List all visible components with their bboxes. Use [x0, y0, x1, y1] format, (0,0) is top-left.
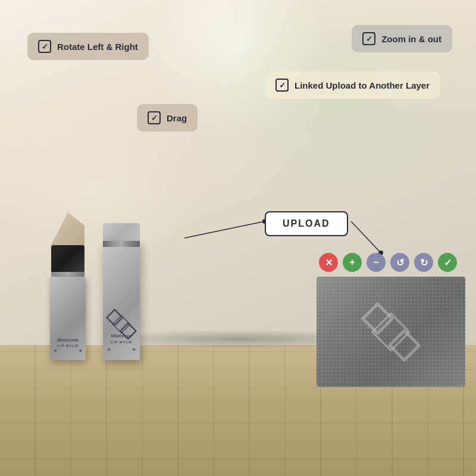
lipbalm-tip	[51, 212, 84, 245]
zoom-label: Zoom in & out	[381, 34, 441, 44]
zoom-badge: Zoom in & out	[352, 25, 452, 52]
tool-icons-row: ✕ + − ↺ ↻ ✓	[319, 253, 457, 272]
confirm-tool-button[interactable]: ✓	[438, 253, 457, 272]
lipbalm-closed: Mialissea LIP BALM ✦ ✦	[100, 223, 143, 360]
rotate-label: Rotate Left & Right	[57, 42, 138, 52]
linked-label: Linked Upload to Another Layer	[295, 80, 430, 90]
linked-checkmark-icon	[275, 79, 289, 92]
lipbalm2-cap	[103, 223, 140, 241]
lipbalm2-label: Mialissea LIP BALM	[106, 333, 137, 345]
preview-logo-icon	[355, 296, 427, 368]
star-icon-1: ✦	[53, 347, 58, 354]
lipbalm-cap-black	[51, 245, 84, 272]
rotate-left-tool-button[interactable]: ↺	[390, 253, 409, 272]
star-icon-2: ✦	[78, 347, 83, 354]
lipbalm2-ring	[103, 241, 140, 247]
rotate-checkmark-icon	[38, 40, 51, 53]
svg-rect-7	[363, 303, 392, 333]
lipbalm-ring	[51, 272, 84, 277]
products-group: Mialissea LIP BALM ✦ ✦ Mialissea LI	[48, 212, 143, 360]
lipbalm-open: Mialissea LIP BALM ✦ ✦	[48, 212, 88, 360]
lipbalm2-body: Mialissea LIP BALM ✦ ✦	[103, 241, 140, 360]
image-preview	[317, 277, 465, 387]
drag-checkmark-icon	[148, 111, 161, 124]
lipbalm-logo	[103, 265, 140, 384]
linked-badge: Linked Upload to Another Layer	[265, 71, 440, 99]
star-icon-4: ✦	[131, 346, 136, 353]
drag-badge: Drag	[137, 104, 198, 131]
lipbalm-label: Mialissea LIP BALM	[53, 337, 83, 348]
svg-rect-8	[390, 330, 419, 359]
upload-label: UPLOAD	[283, 218, 330, 228]
add-tool-button[interactable]: +	[343, 253, 362, 272]
rotate-right-tool-button[interactable]: ↻	[414, 253, 433, 272]
subtract-tool-button[interactable]: −	[367, 253, 386, 272]
upload-button[interactable]: UPLOAD	[265, 211, 348, 236]
lipbalm-body: Mialissea LIP BALM ✦ ✦	[50, 277, 86, 360]
zoom-checkmark-icon	[362, 32, 375, 45]
star-icon-3: ✦	[107, 346, 111, 353]
drag-label: Drag	[167, 113, 187, 123]
close-tool-button[interactable]: ✕	[319, 253, 338, 272]
rotate-badge: Rotate Left & Right	[27, 33, 149, 60]
